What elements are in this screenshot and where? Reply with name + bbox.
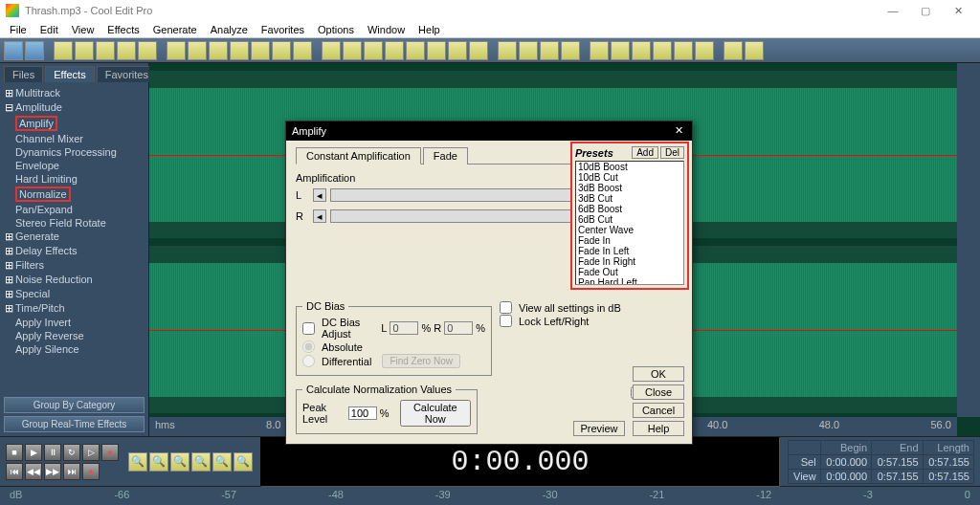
zoom-sel-button[interactable]: 🔍: [191, 452, 211, 472]
tab-favorites[interactable]: Favorites: [97, 66, 157, 82]
find-zero-button[interactable]: Find Zero Now: [382, 354, 460, 368]
menu-generate[interactable]: Generate: [147, 23, 203, 36]
play-end-button[interactable]: ▷: [82, 444, 100, 461]
tree-stereo-field[interactable]: Stereo Field Rotate: [2, 216, 146, 230]
tree-apply-reverse[interactable]: Apply Reverse: [2, 329, 146, 342]
dc-r-input[interactable]: [444, 321, 473, 335]
tab-fade[interactable]: Fade: [423, 147, 468, 165]
tool-convert[interactable]: [322, 41, 341, 60]
preset-add-button[interactable]: Add: [632, 146, 658, 159]
tool-copy[interactable]: [167, 41, 186, 60]
tool-snap[interactable]: [674, 41, 693, 60]
tool-grid[interactable]: [653, 41, 672, 60]
play-loop-button[interactable]: ↻: [63, 444, 80, 461]
r-slider-left[interactable]: ◂: [313, 209, 326, 223]
tool-comp[interactable]: [427, 41, 446, 60]
tool-mixpaste[interactable]: [230, 41, 249, 60]
zoom-in-button[interactable]: 🔍: [128, 452, 147, 472]
tree-envelope[interactable]: Envelope: [2, 159, 146, 172]
menu-file[interactable]: File: [4, 23, 33, 36]
preset-item[interactable]: Pan Hard Left: [576, 277, 683, 285]
tool-new[interactable]: [54, 41, 73, 60]
tree-generate[interactable]: ⊞Generate: [2, 230, 146, 244]
preset-item[interactable]: 3dB Cut: [576, 193, 683, 204]
record-button[interactable]: ●: [101, 444, 119, 461]
tool-close[interactable]: [138, 41, 157, 60]
preset-item[interactable]: Fade In Left: [576, 246, 683, 256]
tree-noise[interactable]: ⊞Noise Reduction: [2, 273, 146, 287]
tool-settings[interactable]: [343, 41, 362, 60]
tool-chorus[interactable]: [385, 41, 404, 60]
tree-delay[interactable]: ⊞Delay Effects: [2, 244, 146, 258]
cancel-button[interactable]: Cancel: [633, 403, 684, 418]
lock-lr-checkbox[interactable]: [500, 315, 512, 327]
zoom-sel-right-button[interactable]: 🔍: [234, 452, 253, 472]
ok-button[interactable]: OK: [633, 366, 684, 382]
tool-open[interactable]: [75, 41, 94, 60]
tree-normalize[interactable]: Normalize: [2, 186, 146, 203]
goto-start-button[interactable]: ⏮: [6, 463, 23, 480]
l-slider[interactable]: [330, 188, 610, 202]
view-db-checkbox[interactable]: [500, 301, 512, 314]
menu-window[interactable]: Window: [362, 23, 411, 36]
tab-files[interactable]: Files: [4, 66, 43, 82]
help-button[interactable]: Help: [633, 421, 684, 436]
tool-about[interactable]: [745, 41, 764, 60]
tree-dynamics[interactable]: Dynamics Processing: [2, 145, 146, 159]
preset-item[interactable]: Fade Out: [576, 267, 683, 277]
rewind-button[interactable]: ◀◀: [25, 463, 42, 480]
play-button[interactable]: ▶: [25, 444, 42, 461]
dialog-titlebar[interactable]: Amplify ✕: [286, 121, 692, 141]
tool-save[interactable]: [96, 41, 115, 60]
zoom-out-button[interactable]: 🔍: [149, 452, 168, 472]
tool-redo[interactable]: [293, 41, 312, 60]
differential-radio[interactable]: [302, 355, 315, 367]
tool-reverb[interactable]: [364, 41, 383, 60]
tool-spectral[interactable]: [498, 41, 517, 60]
menu-edit[interactable]: Edit: [34, 23, 64, 36]
absolute-radio[interactable]: [302, 340, 315, 353]
tool-help[interactable]: [724, 41, 743, 60]
tool-multitrack[interactable]: [4, 41, 23, 60]
calculate-now-button[interactable]: Calculate Now: [400, 400, 471, 427]
tool-noise[interactable]: [448, 41, 467, 60]
forward-button[interactable]: ▶▶: [44, 463, 61, 480]
tab-effects[interactable]: Effects: [45, 66, 94, 82]
preset-del-button[interactable]: Del: [660, 146, 684, 159]
tool-waveview[interactable]: [25, 41, 44, 60]
menu-options[interactable]: Options: [312, 23, 360, 36]
preset-item[interactable]: Fade In: [576, 235, 683, 246]
zoom-full-button[interactable]: 🔍: [170, 452, 189, 472]
tree-apply-invert[interactable]: Apply Invert: [2, 316, 146, 329]
tree-apply-silence[interactable]: Apply Silence: [2, 342, 146, 356]
r-slider[interactable]: [330, 209, 610, 223]
preview-button[interactable]: Preview: [573, 421, 625, 436]
zoom-sel-left-button[interactable]: 🔍: [212, 452, 232, 472]
tool-trim[interactable]: [251, 41, 270, 60]
tree-time-pitch[interactable]: ⊞Time/Pitch: [2, 301, 146, 316]
tool-hide[interactable]: [590, 41, 609, 60]
record-button2[interactable]: ●: [82, 463, 100, 480]
menu-help[interactable]: Help: [412, 23, 446, 36]
menu-analyze[interactable]: Analyze: [205, 23, 254, 36]
tool-undo[interactable]: [272, 41, 291, 60]
tree-special[interactable]: ⊞Special: [2, 287, 146, 301]
preset-item[interactable]: 10dB Boost: [576, 162, 683, 172]
tool-pitch[interactable]: [469, 41, 488, 60]
menu-favorites[interactable]: Favorites: [256, 23, 310, 36]
dialog-close-button[interactable]: ✕: [671, 124, 686, 138]
tool-phase[interactable]: [540, 41, 559, 60]
tree-hard-limiting[interactable]: Hard Limiting: [2, 172, 146, 186]
tool-stats[interactable]: [561, 41, 580, 60]
peak-level-input[interactable]: [348, 406, 377, 420]
tool-freq[interactable]: [519, 41, 538, 60]
preset-item[interactable]: 10dB Cut: [576, 172, 683, 183]
tool-scale[interactable]: [695, 41, 714, 60]
tree-multitrack[interactable]: ⊞Multitrack: [2, 86, 146, 100]
tool-ruler2[interactable]: [632, 41, 651, 60]
l-slider-left[interactable]: ◂: [313, 188, 326, 202]
minimize-button[interactable]: —: [877, 1, 909, 20]
preset-item[interactable]: 3dB Boost: [576, 183, 683, 193]
stop-button[interactable]: ■: [6, 444, 23, 461]
goto-end-button[interactable]: ⏭: [63, 463, 80, 480]
